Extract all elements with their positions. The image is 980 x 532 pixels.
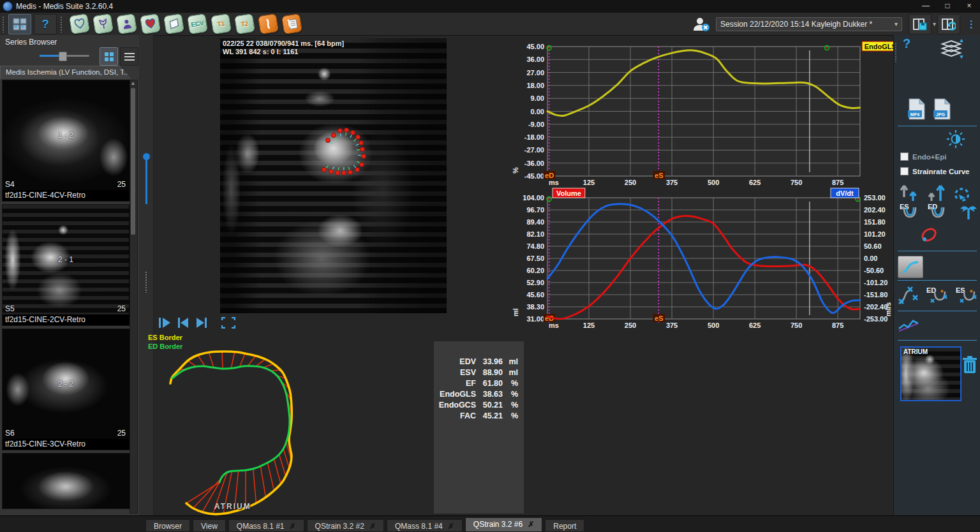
svg-text:Volume: Volume <box>556 189 581 197</box>
series-thumbnail-S6[interactable]: 2 - 2S625tf2d15-CINE-3CV-Retro <box>2 329 131 450</box>
svg-text:45.00: 45.00 <box>526 43 544 50</box>
app-tab-qmass-8-1-4[interactable]: QMass 8.1 #4✗ <box>387 519 463 532</box>
propagate-up-icon[interactable] <box>926 183 946 202</box>
layers-icon[interactable] <box>939 38 965 59</box>
strainrate-curve-checkbox[interactable]: Strainrate Curve <box>900 167 969 175</box>
series-browser-panel: Series Browser Medis Ischemia (LV Functi… <box>0 35 140 515</box>
svg-text:151.80: 151.80 <box>864 218 886 226</box>
layout-options-caret[interactable]: ▾ <box>933 20 936 27</box>
app-tab-qmass-8-1-1[interactable]: QMass 8.1 #1✗ <box>228 519 304 532</box>
atrium-thumbnail-label: ATRIUM <box>903 348 928 355</box>
ed-points-button[interactable]: ED <box>926 285 951 307</box>
close-tab-icon[interactable]: ✗ <box>448 522 454 531</box>
close-tab-icon[interactable]: ✗ <box>528 520 534 529</box>
app-icon-patient[interactable] <box>116 13 137 34</box>
checkbox-box[interactable] <box>900 167 909 175</box>
strain-chart[interactable]: 45.0036.0027.0018.009.000.00-9.00-18.00-… <box>510 37 893 187</box>
app-tab-qstrain-3-2-6[interactable]: QStrain 3.2 #6✗ <box>465 517 542 532</box>
smooth-curve-button[interactable] <box>898 256 923 278</box>
toolbar-overflow-menu[interactable]: ⋮ <box>967 21 976 27</box>
fullscreen-button[interactable] <box>221 317 235 329</box>
scroll-up-icon[interactable]: ▲ <box>130 80 136 87</box>
es-contour-button[interactable]: ES <box>899 202 922 221</box>
next-frame-button[interactable] <box>195 317 208 329</box>
export-mp4-button[interactable]: MP4 <box>907 98 927 121</box>
svg-text:dV/dt: dV/dt <box>836 189 854 197</box>
toolbar-grip[interactable] <box>2 16 5 33</box>
panel-help-button[interactable]: ? <box>903 36 910 51</box>
close-tab-icon[interactable]: ✗ <box>369 522 376 531</box>
app-icon-qstrain[interactable] <box>93 13 114 34</box>
svg-text:375: 375 <box>666 321 678 329</box>
app-icon-t2[interactable]: T2 <box>234 13 255 34</box>
app-tab-browser[interactable]: Browser <box>145 519 190 532</box>
svg-text:52.90: 52.90 <box>526 279 544 286</box>
series-thumbnail-S5[interactable]: 2 - 1S525tf2d15-CINE-2CV-Retro <box>2 204 131 326</box>
es-border-legend: ES Border <box>148 334 182 341</box>
reset-layout-button[interactable] <box>937 14 960 34</box>
panel-splitter[interactable] <box>139 35 154 515</box>
previous-frame-button[interactable] <box>177 317 189 329</box>
endo-epi-checkbox[interactable]: Endo+Epi <box>900 152 946 161</box>
study-tab[interactable]: Medis Ischemia (LV Function, DSI, T... <box>0 66 135 79</box>
app-icon-mesh[interactable] <box>163 13 184 34</box>
splitter-grip[interactable] <box>145 271 147 293</box>
brightness-contrast-icon[interactable] <box>946 129 965 149</box>
svg-text:eS: eS <box>655 172 663 179</box>
svg-text:EndoGLS: EndoGLS <box>865 43 893 50</box>
app-tab-qstrain-3-2-2[interactable]: QStrain 3.2 #2✗ <box>307 519 384 532</box>
medis-logo-icon <box>3 1 13 11</box>
delete-button[interactable] <box>961 355 978 374</box>
grid-view-button[interactable] <box>100 47 118 66</box>
shift-contour-icon[interactable] <box>959 202 978 221</box>
mri-viewport[interactable]: 022/25 22 038/0790/941 ms. [64 bpm] WL 3… <box>220 38 447 313</box>
app-icon-qmass[interactable] <box>69 13 90 34</box>
curve-analysis-icon[interactable] <box>898 316 919 335</box>
svg-text:0.00: 0.00 <box>531 108 544 115</box>
panel-grip[interactable] <box>895 43 897 62</box>
close-tab-icon[interactable]: ✗ <box>290 522 296 531</box>
save-layout-icon <box>913 18 927 31</box>
list-view-button[interactable] <box>120 47 138 66</box>
export-jpg-button[interactable]: JPG <box>932 98 953 121</box>
minimize-button[interactable]: — <box>915 0 937 13</box>
scrollbar-thumb[interactable] <box>131 88 135 235</box>
edit-points-button[interactable] <box>898 285 922 307</box>
svg-text:-101.20: -101.20 <box>864 279 887 286</box>
app-icon-heart3d[interactable] <box>140 13 161 34</box>
svg-text:60.20: 60.20 <box>526 267 544 274</box>
checkbox-box[interactable] <box>900 152 909 161</box>
app-icon-t1[interactable]: T1 <box>211 13 232 34</box>
frame-slider-track[interactable] <box>145 159 147 204</box>
app-tab-view[interactable]: View <box>193 519 226 532</box>
help-button[interactable]: ? <box>34 14 57 34</box>
series-thumbnail-S4[interactable]: 1 - 2S425tf2d15-CINE-4CV-Retro <box>2 80 131 202</box>
maximize-button[interactable]: □ <box>937 0 958 13</box>
retrack-icon[interactable] <box>953 183 973 202</box>
es-points-button[interactable]: ES <box>955 285 980 307</box>
propagate-up-both-icon[interactable] <box>899 183 919 202</box>
contour-points-overlay[interactable] <box>220 38 447 313</box>
toolbar-grip-2[interactable] <box>60 16 63 33</box>
bottom-tab-bar: Series BrowserResults BrowserViewQMass 8… <box>0 515 980 532</box>
session-dropdown[interactable]: Session 22/12/2020 15:14 Kayleigh Dukker… <box>716 17 902 31</box>
volume-dvdt-chart[interactable]: 104.0096.7089.4082.1074.8067.5060.2052.9… <box>510 187 893 341</box>
app-icon-ecv[interactable]: ECV <box>187 13 208 34</box>
ed-contour-button[interactable]: ED <box>927 202 950 221</box>
svg-text:500: 500 <box>708 321 719 329</box>
close-button[interactable]: × <box>958 0 980 13</box>
series-thumbnail-partial-3[interactable] <box>2 453 131 509</box>
series-list-scrollbar[interactable]: ▲ <box>130 80 138 514</box>
roi-ellipse-icon[interactable] <box>918 225 940 244</box>
save-layout-button[interactable] <box>909 14 932 34</box>
app-icon-report[interactable] <box>281 13 302 34</box>
layout-button[interactable] <box>8 14 31 34</box>
app-tab-report[interactable]: Report <box>545 519 584 532</box>
strain-contour-figure[interactable] <box>153 350 320 515</box>
svg-text:ml/s: ml/s <box>884 302 892 316</box>
thumbnail-size-slider-handle[interactable] <box>59 52 67 61</box>
app-icon-qflow[interactable] <box>258 13 279 34</box>
play-button[interactable] <box>158 317 171 329</box>
app-launcher-icons: ECVT1T2 <box>68 15 304 33</box>
atrium-series-thumbnail[interactable]: ATRIUM <box>900 346 961 401</box>
